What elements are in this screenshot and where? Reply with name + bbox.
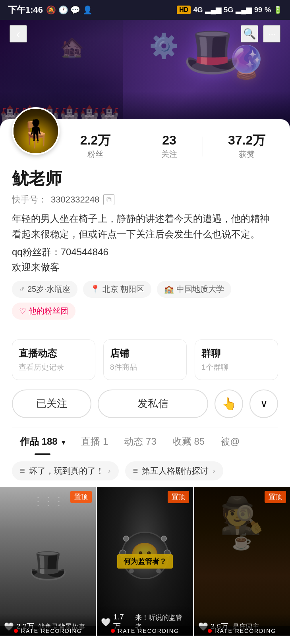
stats-row: 2.2万 粉丝 23 关注 37.2万 获赞: [68, 127, 278, 160]
notification-icons: 🔕 🕐 💬 👤: [46, 5, 93, 15]
status-bar-right: HD 4G ▂▄▆ 5G ▂▄▆ 99% 🔋: [177, 6, 282, 14]
following-label: 关注: [161, 149, 177, 160]
tag-school[interactable]: 🏫 中国地质大学: [157, 281, 231, 298]
tag-location[interactable]: 📍 北京 朝阳区: [83, 281, 152, 298]
action-buttons: 已关注 发私信 👆 ∨: [12, 389, 278, 418]
content-tabs: 作品 188 ▾ 直播 1 动态 73 收藏 85 被@: [12, 428, 278, 455]
likes-stat[interactable]: 37.2万 获赞: [228, 133, 265, 160]
search-icon: 🔍: [243, 28, 256, 40]
heart-icon: ♡: [19, 306, 26, 316]
time-display: 下午1:46: [8, 4, 43, 16]
avatar: 🪑 🧍: [14, 109, 58, 153]
tag-school-text: 中国地质大学: [176, 284, 224, 295]
fans-label: 粉丝: [80, 149, 110, 160]
pinned-badge-1: 置顶: [70, 491, 92, 503]
school-icon: 🏫: [164, 284, 174, 294]
profile-top-row: 🪑 🧍 2.2万 粉丝 23 关注 37.2万 获赞: [12, 119, 278, 160]
video-thumb-3[interactable]: 🕵️ ☕ 置顶 🤍 3.6万 是庄园主 RATE RECORDING: [194, 487, 290, 636]
tab-mentioned[interactable]: 被@: [213, 428, 247, 455]
qa-live-title: 直播动态: [19, 347, 89, 360]
chevron-down-icon: ∨: [260, 397, 268, 410]
follow-label: 已关注: [36, 397, 67, 411]
copy-icon[interactable]: ⧉: [103, 194, 114, 205]
gift-button[interactable]: 👆: [215, 389, 243, 418]
fans-count: 2.2万: [80, 133, 110, 147]
recording-strip-1: RATE RECORDING: [0, 626, 96, 636]
likes-count: 37.2万: [228, 133, 265, 147]
carrier-4g: 4G: [193, 6, 203, 14]
rec-text-3: RATE RECORDING: [215, 628, 276, 634]
user-id-row: 快手号： 3302332248 ⧉: [12, 194, 278, 206]
chevron-right-icon-2: ›: [213, 466, 215, 475]
tag-age-text: 25岁·水瓶座: [27, 284, 70, 295]
qa-live-subtitle: 查看历史记录: [19, 362, 89, 372]
rec-dot-2: [111, 629, 115, 633]
collection-card-1[interactable]: ≡ 坏了，玩到真的了！ ›: [12, 461, 119, 480]
tags-row: ♂ 25岁·水瓶座 📍 北京 朝阳区 🏫 中国地质大学: [12, 281, 278, 298]
back-button[interactable]: ‹: [10, 25, 27, 42]
tags-row-2: ♡ 他的粉丝团: [12, 303, 278, 320]
likes-label: 获赞: [228, 149, 265, 160]
quick-action-group[interactable]: 群聊 1个群聊: [195, 339, 278, 380]
fans-club-tag[interactable]: ♡ 他的粉丝团: [12, 303, 75, 320]
tab-works[interactable]: 作品 188 ▾: [12, 428, 73, 455]
message-button[interactable]: 发私信: [98, 389, 208, 418]
quick-actions: 直播动态 查看历史记录 店铺 8件商品 群聊 1个群聊: [12, 339, 278, 380]
pinned-badge-3: 置顶: [265, 491, 286, 503]
location-icon: 📍: [90, 284, 100, 294]
quick-action-shop[interactable]: 店铺 8件商品: [103, 339, 187, 380]
welcome-text: 欢迎来做客: [12, 261, 278, 274]
qa-shop-title: 店铺: [110, 347, 180, 360]
status-bar-left: 下午1:46 🔕 🕐 💬 👤: [8, 4, 93, 16]
username: 鱿老师: [12, 168, 278, 190]
carrier-5g: 5G: [224, 6, 233, 14]
hero-nav: ‹ 🔍 ···: [0, 20, 290, 48]
user-id-label: 快手号：: [12, 194, 47, 206]
collection-title-2: 第五人格剧情探讨: [142, 465, 209, 476]
stack-icon-2: ≡: [133, 466, 138, 476]
avatar-container: 🪑 🧍: [12, 107, 60, 155]
search-button[interactable]: 🔍: [241, 25, 258, 42]
video-thumb-2[interactable]: 😶 置顶 何为监管者？ 🤍 1.7万 来！听说的监管者 RATE RE: [97, 487, 193, 636]
message-label: 发私信: [137, 397, 168, 411]
tab-dynamic-label: 动态 73: [124, 436, 156, 447]
tab-favorites[interactable]: 收藏 85: [164, 428, 213, 455]
hd-badge: HD: [177, 6, 191, 14]
stack-icon-1: ≡: [20, 466, 25, 476]
fans-stat[interactable]: 2.2万 粉丝: [80, 133, 110, 160]
rec-dot-1: [14, 629, 18, 633]
video-grid: 🎩 ⋮⋮⋮ 置顶 🤍 2.2万 鱿鱼灵背景故事 RATE RECORDING 😶: [0, 487, 290, 636]
stat-divider-2: [203, 137, 203, 156]
follow-button[interactable]: 已关注: [12, 389, 91, 418]
overlay-label-2: 何为监管者？: [117, 554, 173, 569]
following-stat[interactable]: 23 关注: [161, 133, 177, 160]
more-button[interactable]: ···: [263, 25, 280, 42]
tab-mentioned-label: 被@: [220, 436, 240, 447]
collection-card-2[interactable]: ≡ 第五人格剧情探讨 ›: [125, 461, 224, 480]
gender-icon: ♂: [19, 285, 25, 294]
tab-works-label: 作品 188: [20, 436, 58, 447]
quick-action-live[interactable]: 直播动态 查看历史记录: [12, 339, 95, 380]
video-thumb-1[interactable]: 🎩 ⋮⋮⋮ 置顶 🤍 2.2万 鱿鱼灵背景故事 RATE RECORDING: [0, 487, 96, 636]
fans-club-text: 他的粉丝团: [29, 306, 68, 316]
stat-divider-1: [136, 137, 136, 156]
rec-dot-3: [208, 629, 212, 633]
bio-text: 年轻的男人坐在椅子上，静静的讲述着今天的遭遇，他的精神看起来很稳定，但或许点一下…: [12, 211, 278, 242]
qq-group: qq粉丝群：704544846: [12, 246, 278, 258]
signal-bars-2: ▂▄▆: [236, 6, 252, 14]
expand-button[interactable]: ∨: [249, 389, 278, 418]
qa-group-subtitle: 1个群聊: [201, 362, 271, 372]
status-bar: 下午1:46 🔕 🕐 💬 👤 HD 4G ▂▄▆ 5G ▂▄▆ 99% 🔋: [0, 0, 290, 20]
collections-row: ≡ 坏了，玩到真的了！ › ≡ 第五人格剧情探讨 ›: [0, 455, 290, 487]
recording-strip-3: RATE RECORDING: [194, 626, 290, 636]
rec-text-1: RATE RECORDING: [21, 628, 82, 634]
tab-live-label: 直播 1: [81, 436, 108, 447]
qa-group-title: 群聊: [201, 347, 271, 360]
nav-actions: 🔍 ···: [241, 25, 280, 42]
bottom-bar: [0, 636, 290, 644]
battery-icon: 🔋: [273, 6, 282, 14]
dropdown-icon: ▾: [62, 438, 65, 446]
tab-live[interactable]: 直播 1: [73, 428, 116, 455]
tab-dynamic[interactable]: 动态 73: [116, 428, 164, 455]
collection-title-1: 坏了，玩到真的了！: [29, 465, 104, 476]
